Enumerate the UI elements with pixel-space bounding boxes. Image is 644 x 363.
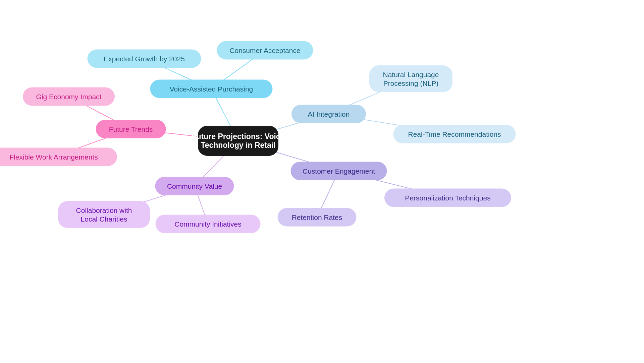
- node-expected-growth-by-2025[interactable]: Expected Growth by 2025: [88, 50, 201, 68]
- node-text: Future Trends: [109, 125, 153, 133]
- mindmap-canvas: Future Projections: VoiceTechnology in R…: [0, 0, 644, 363]
- node-text: Flexible Work Arrangements: [9, 153, 98, 161]
- node-text-line: Natural Language: [383, 71, 439, 78]
- node-text: Real-Time Recommendations: [408, 130, 501, 138]
- node-text: Gig Economy Impact: [36, 93, 102, 101]
- node-text: Voice-Assisted Purchasing: [170, 85, 253, 93]
- node-personalization-techniques[interactable]: Personalization Techniques: [384, 189, 511, 207]
- node-text: Community Value: [167, 182, 222, 190]
- svg-rect-29: [369, 65, 452, 92]
- node-text: Personalization Techniques: [405, 194, 490, 202]
- node-text-line: Technology in Retail: [201, 141, 275, 149]
- node-real-time-recommendations[interactable]: Real-Time Recommendations: [393, 125, 516, 143]
- node-ai-integration[interactable]: AI Integration: [291, 105, 366, 123]
- node-text-line: Processing (NLP): [383, 79, 439, 87]
- node-gig-economy-impact[interactable]: Gig Economy Impact: [23, 87, 115, 106]
- svg-rect-23: [58, 201, 150, 228]
- node-retention-rates[interactable]: Retention Rates: [278, 208, 357, 227]
- node-customer-engagement[interactable]: Customer Engagement: [291, 162, 387, 180]
- node-text: Customer Engagement: [303, 167, 375, 175]
- node-text: Retention Rates: [292, 214, 342, 221]
- node-flexible-work-arrangements[interactable]: Flexible Work Arrangements: [0, 148, 117, 166]
- node-voice-assisted-purchasing[interactable]: Voice-Assisted Purchasing: [150, 80, 273, 98]
- node-text: Consumer Acceptance: [229, 47, 300, 54]
- node-text-line: Local Charities: [81, 215, 127, 223]
- node-future-projections:-voice-technology-in-retail[interactable]: Future Projections: VoiceTechnology in R…: [192, 126, 285, 156]
- node-future-trends[interactable]: Future Trends: [96, 120, 166, 138]
- node-community-initiatives[interactable]: Community Initiatives: [156, 215, 261, 233]
- node-community-value[interactable]: Community Value: [155, 177, 234, 195]
- node-collaboration-with-local-charities[interactable]: Collaboration withLocal Charities: [58, 201, 150, 228]
- node-natural-language-processing-(nlp)[interactable]: Natural LanguageProcessing (NLP): [369, 65, 452, 92]
- node-text: AI Integration: [308, 110, 350, 118]
- node-text-line: Collaboration with: [76, 206, 132, 214]
- node-text: Expected Growth by 2025: [104, 55, 185, 63]
- node-text: Community Initiatives: [174, 220, 241, 228]
- node-text-line: Future Projections: Voice: [192, 132, 285, 141]
- node-consumer-acceptance[interactable]: Consumer Acceptance: [217, 41, 313, 60]
